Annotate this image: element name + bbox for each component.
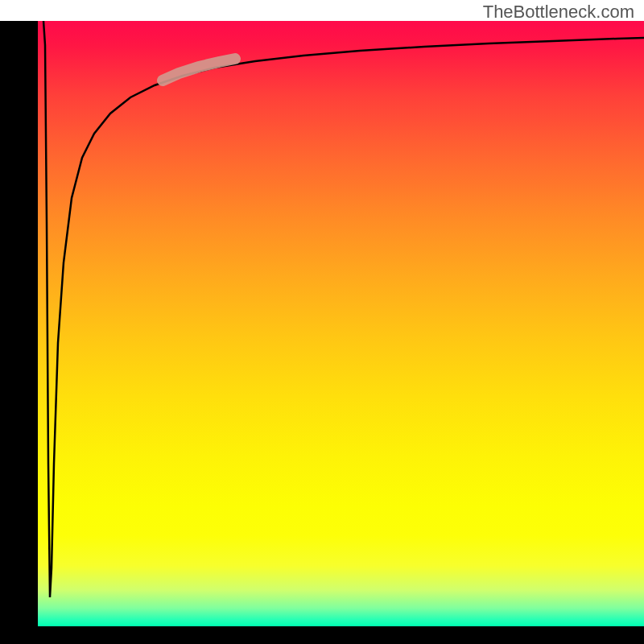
watermark-text: TheBottleneck.com [483, 2, 634, 23]
x-axis [0, 626, 644, 644]
y-axis [0, 21, 38, 626]
plot-gradient-area [38, 21, 644, 626]
chart-container [0, 0, 644, 644]
